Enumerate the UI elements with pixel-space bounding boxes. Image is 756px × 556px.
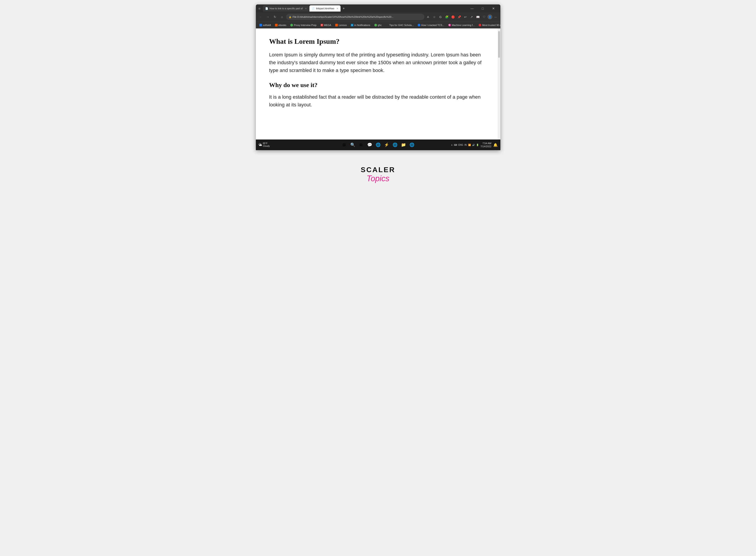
back-button[interactable]: ←	[258, 14, 264, 20]
bookmark-ghc-icon	[374, 24, 377, 27]
refresh-button[interactable]: ↻	[272, 14, 278, 20]
tab1-favicon: 📄	[265, 7, 268, 10]
scaler-logo-section: SCALER Topics	[354, 159, 402, 190]
extensions-icon[interactable]: 🧩	[444, 14, 450, 20]
bookmark-ml-icon: ❤	[448, 24, 451, 27]
clock-widget[interactable]: 7:54 AM 7/14/2022	[481, 142, 491, 148]
temperature: 85°F	[263, 142, 270, 145]
bookmark-proxy-label: Proxy Interview Prep	[294, 24, 316, 27]
user-icon[interactable]: 👤	[488, 14, 492, 19]
tab2-close[interactable]: ✕	[336, 7, 338, 10]
bookmark-trusted-label: Most trusted 90 da...	[482, 24, 500, 27]
bookmark-ghc-label: ghc	[378, 24, 382, 27]
bookmark-proxy[interactable]: Proxy Interview Prep	[289, 23, 318, 28]
notification-bell[interactable]: 🔔	[493, 143, 498, 147]
bookmark-softskill[interactable]: softskill	[258, 23, 273, 28]
more-menu-icon[interactable]: ···	[493, 14, 499, 20]
bookmark-ebooks-icon	[275, 24, 277, 27]
home-button[interactable]: ⌂	[279, 14, 285, 20]
bookmark-tips-icon	[386, 24, 388, 27]
clock-time: 7:54 AM	[481, 142, 491, 145]
address-text: File D:/shubhrima/internships/Scaler/14%…	[293, 15, 422, 18]
taskbar-files-icon[interactable]: ⚡	[383, 141, 390, 148]
translate-icon[interactable]: A	[425, 14, 431, 20]
heart-icon[interactable]: ♡	[481, 14, 487, 20]
task-view-button[interactable]: ⧉	[358, 141, 365, 148]
bookmark-mega[interactable]: M MEGA	[319, 23, 333, 28]
maximize-button[interactable]: □	[478, 4, 488, 12]
lang-label: ENG	[458, 144, 463, 146]
forward-button[interactable]: →	[265, 14, 271, 20]
taskbar: 🌥 85°F Cloudy ⊞ 🔍 ⧉ 💬 🌐 ⚡ 🌐 📁 🌐 ∧ ⌨ ENG	[256, 139, 500, 150]
search-button[interactable]: 🔍	[349, 141, 356, 148]
taskbar-left: 🌥 85°F Cloudy	[259, 142, 270, 147]
wifi-icon[interactable]: 📶	[468, 144, 471, 146]
taskbar-misc-icon[interactable]: 🌐	[408, 141, 416, 148]
bookmark-lenovo-label: Lenovo	[339, 24, 347, 27]
browser-menu-icon[interactable]: 🔴	[450, 14, 456, 20]
nav-icons: A ☆ G 🧩 🔴 📌 ↩ ↗ 📖 ♡ 👤 ···	[425, 14, 499, 20]
bookmark-trusted[interactable]: Most trusted 90 da...	[477, 23, 500, 28]
region-label: IN	[465, 144, 467, 146]
address-bar[interactable]: 🔒 File D:/shubhrima/internships/Scaler/1…	[286, 14, 424, 20]
bookmark-tips-label: Tips for GHC Schola...	[389, 24, 414, 27]
taskbar-chat-icon[interactable]: 💬	[366, 141, 373, 148]
tab-bar: 📄 How to link to a specific part of ✕ 📄 …	[263, 5, 466, 11]
page-paragraph-1: Lorem Ipsum is simply dummy text of the …	[269, 51, 487, 74]
bookmark-mega-label: MEGA	[324, 24, 331, 27]
bookmark-mega-icon: M	[321, 24, 323, 27]
pin-icon[interactable]: 📌	[456, 14, 462, 20]
scrollbar[interactable]	[498, 28, 500, 139]
bookmark-lenovo[interactable]: Lenovo	[333, 23, 349, 28]
taskbar-folder-icon[interactable]: 📁	[400, 141, 407, 148]
profile-icon[interactable]: G	[438, 14, 443, 20]
bookmark-lenovo-icon	[335, 24, 338, 27]
clock-date: 7/14/2022	[481, 145, 491, 148]
speaker-icon[interactable]: 🔊	[472, 144, 475, 146]
tab1-close[interactable]: ✕	[305, 7, 307, 10]
bookmark-tcs[interactable]: How I cracked TCS...	[416, 23, 446, 28]
bookmark-tcs-label: How I cracked TCS...	[421, 24, 445, 27]
taskbar-chrome-icon[interactable]: 🌐	[391, 141, 399, 148]
reading-list-icon[interactable]: 📖	[475, 14, 481, 20]
close-button[interactable]: ✕	[488, 4, 499, 12]
bookmark-tips-ghc[interactable]: Tips for GHC Schola...	[384, 23, 416, 28]
bookmark-notifications[interactable]: in in Notifications	[349, 23, 372, 28]
share-icon[interactable]: ↗	[469, 14, 474, 20]
bookmark-notifications-label: in Notifications	[354, 24, 370, 27]
browser-tab-1[interactable]: 📄 How to link to a specific part of ✕	[263, 5, 309, 11]
taskbar-edge-icon[interactable]: 🌐	[374, 141, 382, 148]
new-tab-button[interactable]: +	[341, 6, 346, 11]
browser-tab-2[interactable]: 📄 linkpart.html#two ✕	[309, 5, 341, 11]
bookmark-ebooks-label: ebooks	[278, 24, 286, 27]
system-tray: ∧ ⌨ ENG IN 📶 🔊 🔋	[451, 144, 479, 146]
bookmark-softskill-icon	[259, 24, 262, 27]
bookmark-trusted-icon	[479, 24, 481, 27]
weather-icon: 🌥	[259, 143, 262, 147]
minimize-button[interactable]: —	[467, 4, 477, 12]
bookmark-ml[interactable]: ❤ Machine Learning f...	[447, 23, 476, 28]
scrollbar-thumb	[498, 31, 500, 58]
start-button[interactable]: ⊞	[341, 141, 348, 148]
battery-icon[interactable]: 🔋	[476, 144, 479, 146]
favorites-icon[interactable]: ☆	[431, 14, 437, 20]
scaler-brand-text: SCALER	[361, 166, 395, 174]
taskbar-center: ⊞ 🔍 ⧉ 💬 🌐 ⚡ 🌐 📁 🌐	[341, 141, 416, 148]
nav-bar: ← → ↻ ⌂ 🔒 File D:/shubhrima/internships/…	[256, 12, 500, 21]
bookmark-tcs-icon	[418, 24, 420, 27]
bookmark-proxy-icon	[290, 24, 293, 27]
bookmark-ghc[interactable]: ghc	[372, 23, 384, 28]
history-icon[interactable]: ↩	[463, 14, 468, 20]
title-bar: ⊟ 📄 How to link to a specific part of ✕ …	[256, 4, 500, 12]
tab2-label: linkpart.html#two	[316, 7, 334, 10]
weather-widget[interactable]: 🌥 85°F Cloudy	[259, 142, 270, 147]
bookmark-notifications-icon: in	[351, 24, 354, 27]
keyboard-icon[interactable]: ⌨	[454, 144, 457, 146]
taskbar-right: ∧ ⌨ ENG IN 📶 🔊 🔋 7:54 AM 7/14/2022 🔔	[451, 142, 498, 148]
page-content: What is Lorem Ipsum? Lorem Ipsum is simp…	[256, 28, 500, 139]
tray-up-arrow[interactable]: ∧	[451, 144, 453, 146]
window-controls: ⊟	[258, 7, 261, 10]
bookmark-softskill-label: softskill	[263, 24, 271, 27]
bookmarks-bar: softskill ebooks Proxy Interview Prep M …	[256, 21, 500, 28]
bookmark-ebooks[interactable]: ebooks	[273, 23, 288, 28]
